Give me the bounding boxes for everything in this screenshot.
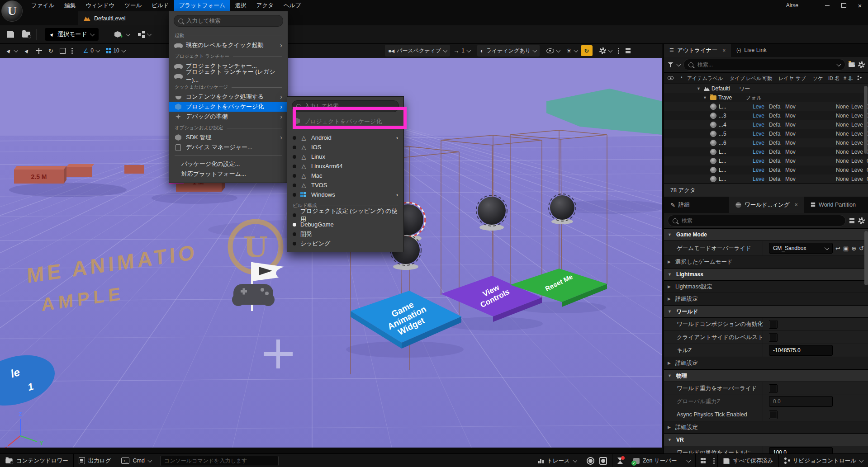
outliner-row-folder[interactable]: ▼Trave フォル [664,93,868,102]
menu-item-prepare-debug[interactable]: デバッグの準備› [169,112,288,122]
outliner-row-actor[interactable]: ...4 Leve Defa Mov None Leve 0 [664,120,868,129]
details-scrollbar[interactable] [864,231,868,285]
level-link[interactable]: Leve [753,131,764,137]
submenu-item-platform[interactable]: △ LinuxArm64 › [287,161,403,171]
tab-world-partition[interactable]: World Partition [804,197,862,213]
insights-button[interactable] [582,454,599,467]
effects-dropdown[interactable]: ☀ [563,45,581,57]
chevron-down-icon[interactable] [836,61,841,66]
outliner-settings-icon[interactable] [858,61,865,68]
link-column[interactable] [856,75,867,82]
menu-tools[interactable]: ツール [119,0,147,11]
tab-outliner[interactable]: ☰ アウトライナー × [664,43,731,57]
details-search[interactable] [668,215,846,226]
submenu-item-platform[interactable]: △ Windows › [287,190,403,199]
level-link[interactable]: Leve [753,113,764,119]
close-button[interactable]: × [852,0,868,11]
menu-select[interactable]: 選択 [230,0,251,11]
maximize-viewport-icon[interactable] [626,48,631,53]
submenu-item-build-config[interactable]: シッピング [287,239,403,248]
menu-search[interactable]: 入力して検索 [174,15,283,27]
outliner-row-actor[interactable]: L... Leve Defa Mov None Leve 0 [664,175,868,184]
editor-mode-dropdown[interactable]: ► 選択モード [45,28,99,41]
close-icon[interactable]: × [795,202,798,208]
world-to-meters-field[interactable]: 100.0 [769,447,833,453]
more-tools-icon[interactable] [71,50,73,52]
row-advanced[interactable]: ▶詳細設定 [664,293,868,305]
outliner-scrollbar[interactable] [864,86,868,154]
outliner-row-actor[interactable]: ...5 Leve Defa Mov None Leve 0 [664,129,868,138]
row-advanced[interactable]: ▶詳細設定 [664,357,868,369]
chevron-down-icon[interactable] [676,61,681,66]
row-advanced[interactable]: ▶詳細設定 [664,421,868,434]
outliner-row-actor[interactable]: ...3 Leve Defa Mov None Leve 0 [664,111,868,120]
cmd-dropdown[interactable]: ›_Cmd [116,454,156,467]
close-icon[interactable]: × [722,47,726,54]
more-status-icon[interactable] [713,460,715,462]
viewport-settings-dropdown[interactable] [596,45,615,57]
expand-arrow-icon[interactable]: ▼ [697,86,701,91]
filter-icon[interactable] [668,62,674,67]
trace-dropdown[interactable]: トレース [533,454,582,467]
menu-item-package-project[interactable]: プロジェクトをパッケージ化› [169,102,288,112]
menu-item-device-manager[interactable]: デバイス マネージャー... [169,142,288,152]
section-world[interactable]: ▼ワールド [664,305,868,318]
submenu-item-package-project-disabled[interactable]: プロジェクトをパッケージ化 [287,115,403,128]
viewport-more-icon[interactable] [618,50,619,52]
perspective-dropdown[interactable]: ■◀パースペクティブ [385,45,450,57]
outliner-row-actor[interactable]: L... Leve Defa Mov None Leve 0 [664,147,868,156]
menu-item-packaging-settings[interactable]: パッケージ化の設定... [169,159,288,169]
outliner-search[interactable] [683,59,845,71]
revision-control-dropdown[interactable]: リビジョンコントロール [779,454,868,467]
use-selected-icon[interactable]: ↩ [835,245,840,252]
kill-z-field[interactable]: -1048575.0 [769,345,833,356]
section-lightmass[interactable]: ▼Lightmass [664,268,868,281]
eye-icon[interactable] [667,76,674,80]
details-settings-icon[interactable] [858,217,865,224]
minimize-button[interactable] [819,0,835,11]
menu-item-project-launcher-legacy[interactable]: プロジェクト ランチャー (レガシー)... [169,71,288,81]
level-link[interactable]: Leve [753,158,764,164]
transform-tool-dropdown[interactable]: ► [3,45,21,57]
submenu-item-platform[interactable]: △ Mac › [287,171,403,180]
menu-item-sdk[interactable]: SDK 管理› [169,132,288,142]
world-composition-checkbox[interactable] [769,320,778,329]
row-lightmass-settings[interactable]: ▶Lightmass設定 [664,281,868,293]
level-link[interactable]: Leve [753,167,764,173]
level-tab[interactable]: DefaultLevel [78,11,170,26]
submenu-item-platform[interactable]: △ Android › [287,133,403,142]
outliner-row-actor[interactable]: L... Leve Defa Mov None Leve 0 [664,165,868,175]
zen-server-dropdown[interactable]: Zen サーバー [628,454,695,467]
submenu-item-platform[interactable]: △ TVOS › [287,180,403,190]
save-button[interactable] [3,25,18,43]
maximize-button[interactable] [835,0,852,11]
menu-item-quick-launch[interactable]: 現在のレベルをクイック起動› [169,40,288,50]
submenu-item-build-config[interactable]: プロジェクト設定 (シッピング) の使用 [287,210,403,220]
grid-snap-dropdown[interactable]: 10 [103,45,128,57]
section-physics[interactable]: ▼物理 [664,369,868,382]
scale-tool-button[interactable] [57,45,69,57]
level-link[interactable]: Leve [753,122,764,128]
menu-file[interactable]: ファイル [26,0,59,11]
unreal-logo-icon[interactable]: U [1,0,23,22]
menu-edit[interactable]: 編集 [59,0,81,11]
favorite-column[interactable]: * [677,75,687,81]
save-all-button[interactable]: すべて保存済み [718,454,778,467]
tab-live-link[interactable]: (•) Live Link [731,43,772,57]
realtime-toggle[interactable]: ↻ [581,45,593,56]
reset-icon[interactable]: ↺ [859,245,864,252]
game-mode-dropdown[interactable]: GM_Sandbox [769,243,833,254]
show-flags-dropdown[interactable] [543,45,563,57]
section-vr[interactable]: ▼VR [664,434,868,446]
content-browser-button[interactable] [18,25,34,43]
outliner-row-actor[interactable]: ...6 Leve Defa Mov None Leve 0 [664,138,868,147]
outliner-row-actor[interactable]: L... Leve Defa Mov None Leve 0 [664,156,868,165]
add-folder-icon[interactable] [849,62,855,67]
add-icon[interactable]: ⊕ [851,245,856,252]
submenu-item-build-config[interactable]: 開発 [287,229,403,239]
menu-window[interactable]: ウィンドウ [81,0,119,11]
menu-actor[interactable]: アクタ [251,0,279,11]
outliner-row-actor[interactable]: L... Leve Defa Mov None Leve 0 [664,102,868,111]
menu-item-supported-platforms[interactable]: 対応プラットフォーム... [169,169,288,179]
camera-speed-dropdown[interactable]: →1 [450,45,474,57]
